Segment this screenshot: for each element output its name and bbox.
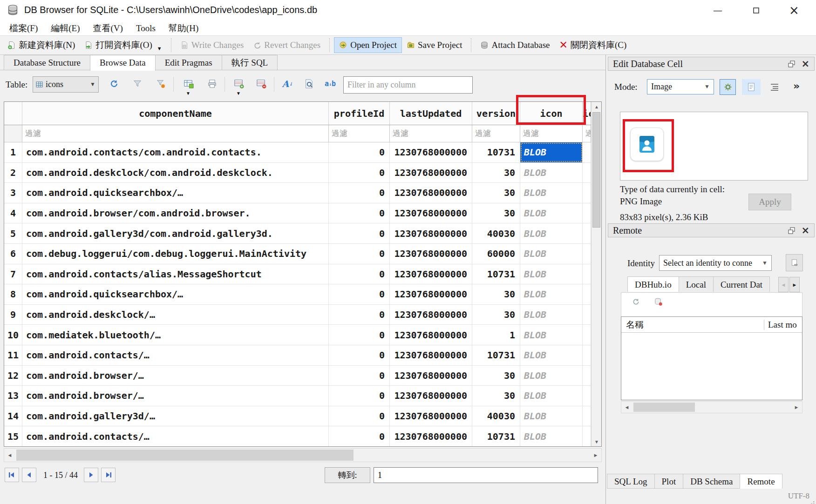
cell-profileId[interactable]: 0 (329, 345, 390, 365)
cell-componentName[interactable]: com.android.gallery3d/… (22, 406, 329, 426)
cell-version[interactable]: 30 (472, 183, 520, 203)
float-panel-icon[interactable] (788, 60, 796, 68)
cell-version[interactable]: 30 (472, 163, 520, 183)
dock-tab-Remote[interactable]: Remote (740, 474, 782, 489)
row-number[interactable]: 4 (4, 203, 22, 223)
insert-record-button[interactable] (233, 78, 245, 90)
clear-filter-button[interactable] (155, 78, 167, 90)
cell-profileId[interactable]: 0 (329, 386, 390, 406)
word-wrap-icon[interactable] (768, 81, 781, 93)
refresh-button[interactable] (108, 78, 120, 90)
column-header-version[interactable]: version (472, 102, 520, 125)
cell-extra[interactable] (583, 163, 591, 183)
cell-componentName[interactable]: com.android.quicksearchbox/… (22, 183, 329, 203)
row-number[interactable]: 8 (4, 284, 22, 304)
cell-icon-blob[interactable]: BLOB (520, 203, 583, 223)
refresh-remote-icon[interactable] (632, 297, 640, 306)
remote-tab-Local[interactable]: Local (679, 276, 714, 292)
cell-extra[interactable] (583, 366, 591, 386)
cell-icon-blob[interactable]: BLOB (520, 264, 583, 284)
cell-profileId[interactable]: 0 (329, 203, 390, 223)
tab-scroll-left-arrow[interactable]: ◄ (778, 277, 789, 292)
cell-profileId[interactable]: 0 (329, 142, 390, 162)
dock-tab-Plot[interactable]: Plot (654, 474, 684, 489)
save-table-dropdown-caret[interactable]: ▼ (186, 91, 190, 96)
cell-version[interactable]: 30 (472, 366, 520, 386)
row-number[interactable]: 6 (4, 244, 22, 264)
cell-icon-blob[interactable]: BLOB (520, 386, 583, 406)
cell-icon-blob[interactable]: BLOB (520, 426, 583, 446)
cell-profileId[interactable]: 0 (329, 284, 390, 304)
column-header-lastUpdated[interactable]: lastUpdated (390, 102, 472, 125)
row-number[interactable]: 15 (4, 426, 22, 446)
revert-changes-button[interactable]: Revert Changes (248, 38, 325, 53)
cell-icon-blob[interactable]: BLOB (520, 284, 583, 304)
cell-profileId[interactable]: 0 (329, 264, 390, 284)
tab-Database Structure[interactable]: Database Structure (4, 55, 90, 70)
cell-version[interactable]: 40030 (472, 223, 520, 243)
cell-profileId[interactable]: 0 (329, 406, 390, 426)
open-project-button[interactable]: Open Project (334, 37, 402, 53)
goto-record-button[interactable]: 轉到: (325, 467, 370, 483)
row-number[interactable]: 12 (4, 366, 22, 386)
row-number[interactable]: 7 (4, 264, 22, 284)
import-identity-button[interactable] (786, 254, 803, 271)
cell-version[interactable]: 1 (472, 325, 520, 345)
remote-tab-DBHub.io[interactable]: DBHub.io (627, 276, 679, 292)
horizontal-scroll-thumb[interactable] (16, 450, 354, 461)
row-number[interactable]: 1 (4, 142, 22, 162)
cell-icon-blob[interactable]: BLOB (520, 244, 583, 264)
list-header-name[interactable]: 名稱 (621, 319, 764, 331)
cell-componentName[interactable]: com.android.browser/… (22, 366, 329, 386)
cell-version[interactable]: 30 (472, 386, 520, 406)
menu-item-幫助(H)[interactable]: 幫助(H) (162, 21, 205, 36)
cell-profileId[interactable]: 0 (329, 366, 390, 386)
cell-componentName[interactable]: com.android.deskclock/com.android.deskcl… (22, 163, 329, 183)
filter-input-ic[interactable]: 過濾 (583, 125, 591, 142)
cell-lastUpdated[interactable]: 1230768000000 (390, 223, 472, 243)
filter-button[interactable] (131, 78, 143, 90)
row-number[interactable]: 9 (4, 305, 22, 325)
cell-profileId[interactable]: 0 (329, 426, 390, 446)
cell-profileId[interactable]: 0 (329, 244, 390, 264)
cell-lastUpdated[interactable]: 1230768000000 (390, 426, 472, 446)
cell-componentName[interactable]: com.android.contacts/com.android.contact… (22, 142, 329, 162)
scroll-down-arrow[interactable]: ▼ (592, 437, 602, 446)
cell-lastUpdated[interactable]: 1230768000000 (390, 406, 472, 426)
cell-version[interactable]: 10731 (472, 264, 520, 284)
cell-extra[interactable] (583, 203, 591, 223)
menu-item-編輯(E)[interactable]: 編輯(E) (44, 21, 86, 36)
scroll-up-arrow[interactable]: ▲ (592, 102, 602, 111)
column-header-componentName[interactable]: componentName (22, 102, 329, 125)
float-panel-icon[interactable] (788, 227, 796, 235)
cell-extra[interactable] (583, 284, 591, 304)
cell-extra[interactable] (583, 264, 591, 284)
row-number[interactable]: 10 (4, 325, 22, 345)
cell-extra[interactable] (583, 223, 591, 243)
previous-record-button[interactable] (22, 468, 36, 482)
cell-lastUpdated[interactable]: 1230768000000 (390, 386, 472, 406)
menu-item-檔案(F)[interactable]: 檔案(F) (3, 21, 44, 36)
cell-extra[interactable] (583, 325, 591, 345)
cell-extra[interactable] (583, 386, 591, 406)
tab-Browse Data[interactable]: Browse Data (90, 55, 156, 71)
cell-icon-blob[interactable]: BLOB (520, 345, 583, 365)
cell-componentName[interactable]: com.android.contacts/… (22, 345, 329, 365)
cell-profileId[interactable]: 0 (329, 305, 390, 325)
menu-item-Tools[interactable]: Tools (129, 22, 162, 35)
filter-input-componentName[interactable]: 過濾 (22, 125, 329, 142)
last-record-button[interactable] (101, 468, 116, 482)
cell-extra[interactable] (583, 426, 591, 446)
cell-icon-blob[interactable]: BLOB (520, 163, 583, 183)
cell-version[interactable]: 10731 (472, 345, 520, 365)
open-database-dropdown-caret[interactable]: ▼ (157, 46, 162, 51)
cell-lastUpdated[interactable]: 1230768000000 (390, 284, 472, 304)
list-header-last-modified[interactable]: Last mo (764, 320, 797, 330)
dock-tab-SQL Log[interactable]: SQL Log (607, 474, 655, 489)
tab-scroll-right-arrow[interactable]: ► (789, 277, 800, 292)
encoding-indicator[interactable]: UTF-8 (788, 491, 809, 501)
menu-item-查看(V)[interactable]: 查看(V) (87, 21, 129, 36)
close-database-button[interactable]: ✕ 關閉資料庫(C) (554, 37, 631, 54)
cell-extra[interactable] (583, 345, 591, 365)
insert-record-dropdown-caret[interactable]: ▼ (236, 91, 241, 96)
